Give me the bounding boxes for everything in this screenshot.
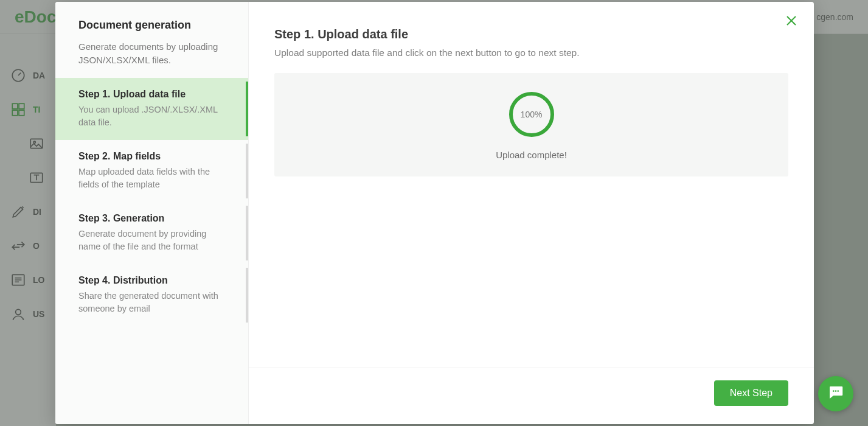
step-upload-data-file[interactable]: Step 1. Upload data file You can upload … xyxy=(55,78,248,140)
chat-icon xyxy=(827,383,845,404)
step-description: Generate document by providing name of t… xyxy=(78,228,225,253)
step-title: Step 1. Upload data file xyxy=(78,89,225,100)
progress-percent-label: 100% xyxy=(507,90,556,139)
step-description: Share the generated document with someon… xyxy=(78,290,225,315)
document-generation-modal: Document generation Generate documents b… xyxy=(55,2,814,424)
step-description: You can upload .JSON/.XLSX/.XML data fil… xyxy=(78,103,225,129)
svg-point-13 xyxy=(835,390,837,392)
modal-title: Document generation xyxy=(78,19,225,32)
close-icon xyxy=(784,13,799,30)
modal-left-panel: Document generation Generate documents b… xyxy=(55,2,249,424)
upload-status-text: Upload complete! xyxy=(496,150,567,160)
main-title: Step 1. Upload data file xyxy=(274,27,788,41)
modal-right-panel: Step 1. Upload data file Upload supporte… xyxy=(249,2,814,424)
step-generation[interactable]: Step 3. Generation Generate document by … xyxy=(55,202,248,264)
step-title: Step 4. Distribution xyxy=(78,275,225,286)
step-title: Step 3. Generation xyxy=(78,213,225,224)
svg-point-12 xyxy=(833,390,835,392)
modal-body: Step 1. Upload data file Upload supporte… xyxy=(249,2,814,368)
modal-description: Generate documents by uploading JSON/XLS… xyxy=(78,40,225,67)
modal-left-header: Document generation Generate documents b… xyxy=(55,2,248,78)
step-title: Step 2. Map fields xyxy=(78,151,225,162)
step-list: Step 1. Upload data file You can upload … xyxy=(55,78,248,326)
next-step-button[interactable]: Next Step xyxy=(714,380,788,406)
progress-ring: 100% xyxy=(507,90,556,139)
modal-footer: Next Step xyxy=(249,368,814,424)
chat-fab[interactable] xyxy=(818,376,853,411)
close-button[interactable] xyxy=(782,13,800,31)
main-subtitle: Upload supported data file and click on … xyxy=(274,47,788,58)
step-map-fields[interactable]: Step 2. Map fields Map uploaded data fie… xyxy=(55,140,248,202)
svg-point-14 xyxy=(837,390,839,392)
step-distribution[interactable]: Step 4. Distribution Share the generated… xyxy=(55,264,248,326)
upload-zone[interactable]: 100% Upload complete! xyxy=(274,73,788,176)
step-description: Map uploaded data fields with the fields… xyxy=(78,166,225,191)
